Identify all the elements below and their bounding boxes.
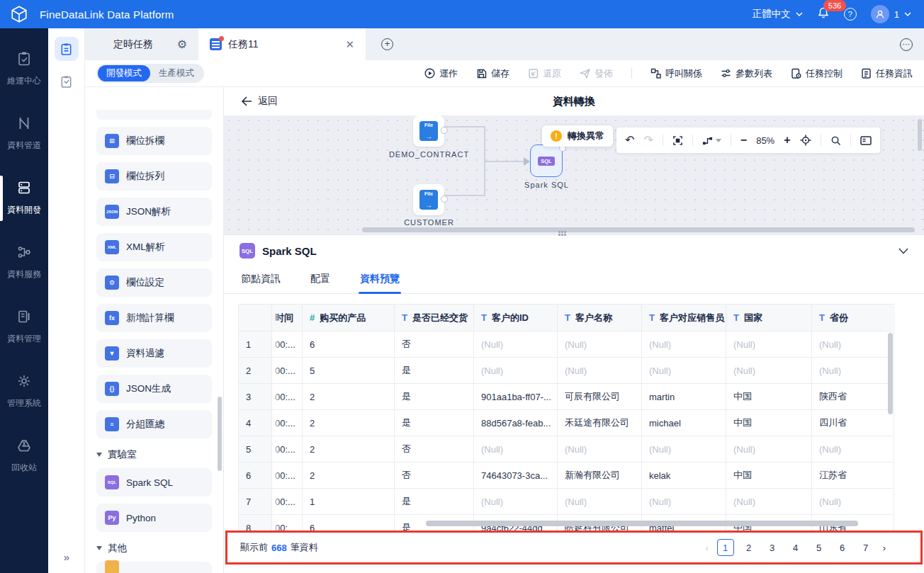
panel-resize-handle[interactable]: [558, 231, 567, 237]
app-title: FineDataLink Data Platform: [40, 8, 174, 21]
action-param-list[interactable]: 參數列表: [721, 67, 772, 80]
column-header-购买的产品[interactable]: #购买的产品: [303, 305, 395, 331]
canvas-horizontal-scrollbar[interactable]: [362, 227, 915, 232]
node-customer[interactable]: [413, 184, 444, 215]
column-header-客户对应销售员[interactable]: T客户对应销售员: [642, 305, 726, 331]
column-header-时间[interactable]: 时间: [272, 305, 303, 331]
transform-warning-badge[interactable]: ! 轉換異常: [542, 125, 613, 147]
tab-task11[interactable]: 任務11 ✕: [198, 28, 366, 60]
node-section-其他[interactable]: 其他: [96, 542, 212, 555]
node-item-XML解析[interactable]: XMLXML解析: [96, 233, 212, 261]
action-task-control[interactable]: 任務控制: [791, 67, 843, 80]
node-item-欄位拆欄[interactable]: ⊞欄位拆欄: [96, 127, 212, 155]
tab-overflow-button[interactable]: ⋯: [900, 38, 913, 51]
action-revert[interactable]: 還原: [528, 67, 561, 80]
sidebar-item-6[interactable]: 管理系統: [0, 373, 48, 409]
tab-資料預覽[interactable]: 資料預覽: [359, 266, 401, 293]
language-selector[interactable]: 正體中文: [753, 8, 803, 21]
node-item-Spark SQL[interactable]: SQLSpark SQL: [96, 468, 212, 497]
sidebar-item-1[interactable]: 維運中心: [0, 51, 48, 87]
output-port[interactable]: [441, 195, 448, 203]
table-cell: (Null): [558, 489, 642, 515]
sidebar-item-5[interactable]: 資料管理: [0, 309, 48, 345]
recycle-bin-icon: [16, 438, 32, 456]
minimap-button[interactable]: [860, 136, 872, 145]
prod-mode-button[interactable]: 生產模式: [150, 65, 203, 81]
sidebar-item-3[interactable]: 資料開發: [0, 180, 48, 216]
node-item-clipped-bottom[interactable]: [96, 562, 212, 573]
node-item-欄位設定[interactable]: ⚙欄位設定: [96, 268, 212, 297]
page-button-1[interactable]: 1: [717, 539, 734, 556]
prev-page-button[interactable]: ‹: [703, 543, 710, 553]
node-item-新增計算欄[interactable]: fx新增計算欄: [96, 304, 212, 332]
node-item-JSON解析[interactable]: JSONJSON解析: [96, 198, 212, 226]
close-tab-icon[interactable]: ✕: [345, 38, 354, 51]
page-button-6[interactable]: 6: [834, 539, 851, 556]
tab-節點資訊[interactable]: 節點資訊: [240, 266, 282, 293]
search-button[interactable]: [830, 135, 841, 146]
user-menu[interactable]: 1: [871, 5, 911, 23]
redo-button[interactable]: ↷: [643, 135, 653, 146]
sidebar-item-7[interactable]: 回收站: [0, 438, 48, 474]
output-port[interactable]: [441, 127, 448, 134]
action-publish[interactable]: 發佈: [580, 67, 613, 80]
sidebar-item-4[interactable]: 資料服務: [0, 244, 48, 280]
page-button-2[interactable]: 2: [740, 539, 757, 556]
table-cell: 可辰有限公司: [558, 384, 642, 410]
next-page-button[interactable]: ›: [881, 543, 888, 553]
node-item-Python[interactable]: PyPython: [96, 504, 212, 532]
node-demo-contract[interactable]: [413, 115, 444, 147]
node-item-欄位拆列[interactable]: ⊟欄位拆列: [96, 162, 212, 191]
collapse-panel-button[interactable]: [898, 244, 908, 257]
column-header-是否已经交货[interactable]: T是否已经交货: [395, 305, 474, 331]
column-header-客户名称[interactable]: T客户名称: [558, 305, 642, 331]
line-style-button[interactable]: [702, 135, 721, 146]
undo-button[interactable]: ↶: [625, 135, 634, 146]
dev-mode-button[interactable]: 開發模式: [98, 65, 150, 81]
node-item-分組匯總[interactable]: ≡分組匯總: [96, 410, 212, 438]
node-panel-scrollbar[interactable]: [218, 397, 222, 471]
action-save[interactable]: 儲存: [476, 67, 509, 80]
table-horizontal-scrollbar[interactable]: [426, 521, 858, 526]
task-draft-list-button[interactable]: [55, 69, 79, 93]
table-row: 100:...6否(Null)(Null)(Null)(Null)(Null): [239, 331, 894, 358]
flow-canvas[interactable]: DEMO_CONTRACT CUSTOMER ! 轉換異常 SQL Sp: [224, 115, 924, 234]
sidebar-item-label: 維運中心: [7, 75, 41, 87]
fit-view-button[interactable]: [672, 135, 683, 146]
page-button-7[interactable]: 7: [857, 539, 874, 556]
node-item-clipped-top[interactable]: [96, 110, 212, 120]
canvas-vertical-scrollbar[interactable]: [918, 119, 922, 151]
column-header-index[interactable]: [239, 305, 272, 331]
column-header-省份[interactable]: T省份: [812, 305, 893, 331]
tab-配置[interactable]: 配置: [309, 266, 332, 293]
action-task-info[interactable]: 任務資訊: [861, 67, 913, 80]
table-cell: (Null): [474, 489, 558, 515]
node-item-label: XML解析: [126, 241, 165, 254]
column-header-客户的ID[interactable]: T客户的ID: [474, 305, 558, 331]
table-cell: 6: [303, 515, 395, 531]
table-vertical-scrollbar[interactable]: [888, 333, 893, 414]
node-detail-panel: SQL Spark SQL 節點資訊配置資料預覽 时间#购买的产品T是否已经交货…: [224, 234, 924, 573]
gear-icon[interactable]: ⚙: [177, 38, 187, 51]
notification-bell[interactable]: 536: [817, 6, 830, 22]
node-item-資料過濾[interactable]: ▼資料過濾: [96, 339, 212, 368]
locate-button[interactable]: [800, 135, 811, 146]
node-section-label: 其他: [108, 542, 127, 555]
zoom-in-button[interactable]: +: [784, 134, 790, 147]
node-section-實驗室[interactable]: 實驗室: [96, 448, 212, 461]
column-header-国家[interactable]: T国家: [726, 305, 812, 331]
page-button-4[interactable]: 4: [787, 539, 804, 556]
node-spark-sql[interactable]: SQL: [530, 144, 563, 177]
action-run[interactable]: 運作: [424, 67, 458, 80]
expand-panel-button[interactable]: »: [48, 551, 85, 563]
action-call-relation[interactable]: 呼叫關係: [650, 67, 702, 80]
page-button-3[interactable]: 3: [764, 539, 781, 556]
node-item-JSON生成[interactable]: {}JSON生成: [96, 375, 212, 403]
sidebar-item-2[interactable]: 資料管道: [0, 115, 48, 152]
new-tab-button[interactable]: +: [381, 28, 393, 60]
table-row: 500:...2否(Null)(Null)(Null)(Null)(Null): [239, 436, 894, 463]
zoom-out-button[interactable]: −: [740, 134, 747, 147]
help-button[interactable]: ?: [844, 8, 857, 21]
page-button-5[interactable]: 5: [811, 539, 828, 556]
scheduled-task-list-button[interactable]: [55, 37, 79, 61]
